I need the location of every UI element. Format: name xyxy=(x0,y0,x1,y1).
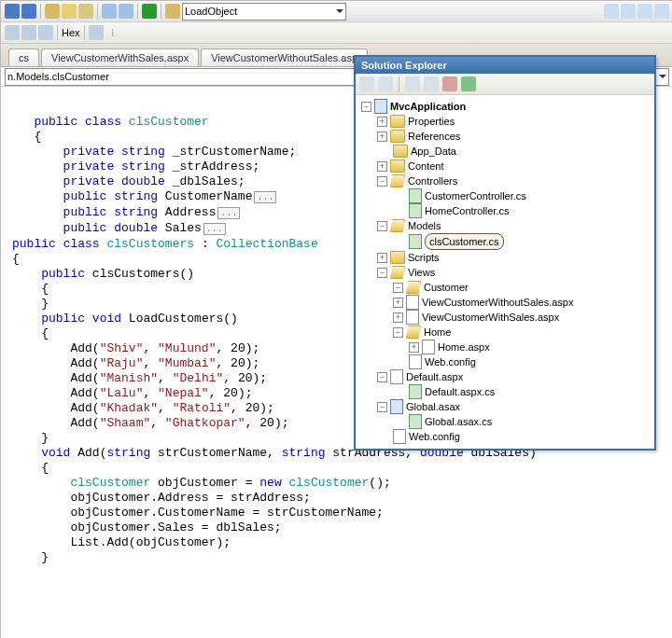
collapse-icon[interactable]: − xyxy=(377,268,387,278)
tool-icon[interactable] xyxy=(604,4,619,19)
collapse-icon[interactable]: − xyxy=(361,102,371,112)
copy-icon[interactable] xyxy=(461,76,476,91)
aspx-file-icon xyxy=(422,340,435,354)
properties-icon[interactable] xyxy=(359,76,374,91)
folder-open-icon xyxy=(390,266,405,279)
folder-icon xyxy=(390,115,405,128)
undo-icon[interactable] xyxy=(102,4,117,19)
cut-icon[interactable] xyxy=(45,4,60,19)
folder-icon[interactable] xyxy=(165,4,180,19)
expand-icon[interactable]: + xyxy=(377,132,387,142)
separator xyxy=(84,25,85,40)
chevron-down-icon xyxy=(336,9,343,13)
expand-icon[interactable]: + xyxy=(377,253,387,263)
collapse-icon[interactable]: − xyxy=(393,283,403,293)
folder-icon xyxy=(390,251,405,264)
collapse-icon[interactable]: ... xyxy=(203,223,226,235)
folder-icon xyxy=(390,160,405,173)
expand-icon[interactable]: + xyxy=(393,298,403,308)
copy-icon[interactable] xyxy=(62,4,77,19)
expand-icon[interactable]: + xyxy=(377,161,387,172)
redo-icon[interactable] xyxy=(119,4,133,19)
collapse-icon[interactable]: ... xyxy=(254,191,276,203)
config-file-icon xyxy=(393,429,406,444)
aspx-file-icon xyxy=(390,369,403,384)
showall-icon[interactable] xyxy=(405,76,420,91)
collapse-icon[interactable]: − xyxy=(377,402,387,412)
cs-file-icon xyxy=(409,203,422,218)
tab-cs[interactable]: cs xyxy=(8,49,39,66)
view-icon[interactable] xyxy=(442,76,457,91)
toolbar-main: LoadObject xyxy=(1,1,672,22)
collapse-icon[interactable]: − xyxy=(377,221,387,231)
expand-icon[interactable]: + xyxy=(393,312,403,323)
save-icon[interactable] xyxy=(5,4,20,19)
hex-label[interactable]: Hex xyxy=(62,27,80,38)
folder-icon xyxy=(393,145,408,158)
cs-file-icon xyxy=(409,414,422,429)
tool-icon[interactable] xyxy=(621,4,636,19)
folder-open-icon xyxy=(390,174,405,187)
separator xyxy=(137,4,138,19)
tab-vcwos[interactable]: ViewCustomerWithoutSales.asp xyxy=(201,49,368,66)
tool-icon[interactable] xyxy=(637,4,652,19)
cs-file-icon xyxy=(409,384,422,399)
separator xyxy=(40,4,41,19)
tab-vcws[interactable]: ViewCustomerWithSales.aspx xyxy=(41,49,199,66)
step-icon[interactable] xyxy=(5,25,20,40)
folder-open-icon xyxy=(390,219,405,232)
expand-icon[interactable]: + xyxy=(377,117,387,127)
expand-icon[interactable]: + xyxy=(409,342,419,353)
refresh-icon[interactable] xyxy=(378,76,393,91)
solution-explorer: Solution Explorer −MvcApplication +Prope… xyxy=(354,55,656,451)
folder-open-icon xyxy=(406,326,421,339)
ide-window: LoadObject Hex ⁞ cs ViewCustomerWithSale… xyxy=(0,0,672,638)
separator xyxy=(97,4,98,19)
saveall-icon[interactable] xyxy=(21,4,36,19)
separator xyxy=(161,4,161,19)
aspx-file-icon xyxy=(406,310,419,325)
project-icon xyxy=(374,99,387,114)
config-file-icon xyxy=(409,354,422,369)
collapse-icon[interactable]: ... xyxy=(217,207,240,219)
separator xyxy=(57,25,58,40)
combo-value: LoadObject xyxy=(185,6,237,17)
overflow-icon[interactable]: ⁞ xyxy=(111,27,115,39)
tool-icon[interactable] xyxy=(654,4,669,19)
chevron-down-icon xyxy=(659,75,666,78)
asax-file-icon xyxy=(390,399,403,414)
selected-file[interactable]: clsCustomer.cs xyxy=(425,233,504,250)
paste-icon[interactable] xyxy=(78,4,93,19)
aspx-file-icon xyxy=(406,295,419,310)
cs-file-icon xyxy=(409,188,422,203)
step-icon[interactable] xyxy=(38,25,53,40)
folder-icon xyxy=(390,130,405,143)
nest-icon[interactable] xyxy=(424,76,439,91)
tool-icon[interactable] xyxy=(89,25,104,40)
collapse-icon[interactable]: − xyxy=(377,372,387,382)
folder-open-icon xyxy=(406,281,421,294)
member-combo[interactable]: LoadObject xyxy=(182,3,346,21)
solution-tree[interactable]: −MvcApplication +Properties +References … xyxy=(356,95,654,448)
run-icon[interactable] xyxy=(142,4,157,19)
step-icon[interactable] xyxy=(21,25,36,40)
collapse-icon[interactable]: − xyxy=(393,327,403,338)
solution-toolbar xyxy=(356,74,654,95)
cs-file-icon xyxy=(409,234,422,249)
collapse-icon[interactable]: − xyxy=(377,176,387,187)
panel-title: Solution Explorer xyxy=(356,57,654,74)
toolbar-debug: Hex ⁞ xyxy=(1,22,672,44)
